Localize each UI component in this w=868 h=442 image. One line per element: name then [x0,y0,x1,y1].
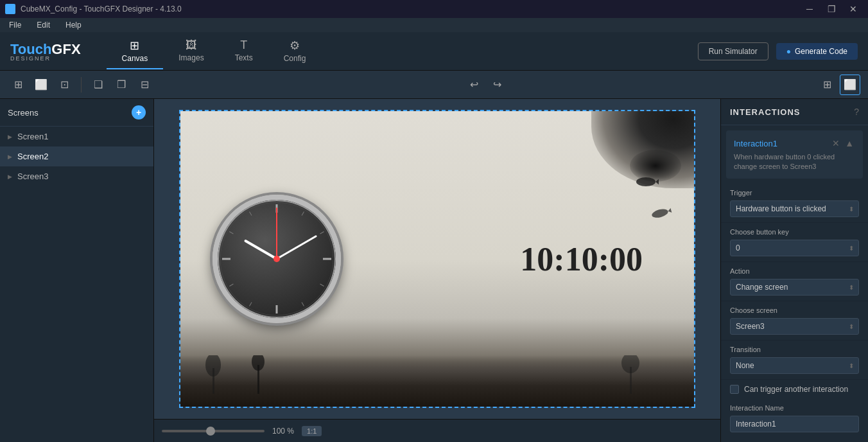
choose-screen-label: Choose screen [730,306,859,314]
zoom-slider[interactable] [162,430,265,432]
interaction-name-input[interactable] [730,416,859,432]
add-screen-button[interactable]: ⊞ [8,75,28,95]
component-view-button[interactable]: ⊡ [54,75,74,95]
config-icon: ⚙ [290,39,300,53]
choose-screen-field: Choose screen Screen3 [721,301,868,340]
interaction-card-actions: ✕ ▲ [831,137,855,150]
trigger-field: Trigger Hardware button is clicked [721,184,868,223]
button-key-select-wrapper: 0 [730,240,859,256]
svg-point-5 [205,355,221,376]
action-select-wrapper: Change screen [730,279,859,296]
tab-texts-label: Texts [235,53,253,62]
digital-time: 10:10:00 [520,240,643,278]
lock-button[interactable]: ⊟ [134,75,155,95]
minimize-button[interactable]: ─ [800,3,819,15]
canvas-full-button[interactable]: ⬜ [840,75,860,95]
menu-file[interactable]: File [5,19,25,31]
menu-help[interactable]: Help [62,19,85,31]
panel-header: INTERACTIONS ? [721,99,868,125]
canvas-area: 10:10:00 100 % 1:1 [154,99,720,442]
svg-point-9 [621,355,639,373]
run-simulator-button[interactable]: Run Simulator [698,42,768,60]
sidebar-item-screen2[interactable]: Screen2 [0,146,153,166]
maximize-button[interactable]: ❐ [822,3,841,15]
close-button[interactable]: ✕ [844,3,863,15]
canvas-inner: 10:10:00 [180,111,694,407]
ungroup-button[interactable]: ❒ [111,75,132,95]
canvas-fit-button[interactable]: ⊞ [817,75,837,95]
interaction-card-header: Interaction1 ✕ ▲ [734,137,855,150]
nav-tabs: ⊞ Canvas 🖼 Images T Texts ⚙ Config [107,33,322,69]
can-trigger-checkbox[interactable] [730,385,739,394]
toolbar-separator-1 [81,77,82,93]
can-trigger-row: Can trigger another interaction [721,380,868,399]
ink-trees [180,355,694,394]
generate-code-button[interactable]: Generate Code [776,43,858,60]
texts-icon: T [240,39,247,52]
can-trigger-label: Can trigger another interaction [744,385,848,394]
tab-canvas-label: Canvas [122,54,148,63]
screen1-label: Screen1 [17,132,48,141]
svg-line-17 [320,284,324,287]
clock-face [213,195,341,323]
collapse-interaction-button[interactable]: ▲ [844,137,855,150]
transition-field: Transition None [721,340,868,380]
zoom-value: 100 % [272,427,294,436]
clock-center [273,256,280,262]
svg-line-19 [250,303,252,306]
interaction-name-field: Interaction Name [721,399,868,438]
screen-select[interactable]: Screen3 [730,318,859,335]
sidebar: Screens + Screen1 Screen2 Screen3 [0,99,154,442]
titlebar-left: CubeMX_Config - TouchGFX Designer - 4.13… [5,4,182,14]
panel-help-icon[interactable]: ? [854,107,859,117]
logo: TouchGFX DESIGNER [10,41,81,62]
titlebar-title: CubeMX_Config - TouchGFX Designer - 4.13… [21,4,182,13]
svg-line-16 [320,232,324,234]
interaction-card-title: Interaction1 [734,139,777,148]
menu-edit[interactable]: Edit [33,19,54,31]
analog-clock [213,195,341,323]
group-button[interactable]: ❑ [88,75,108,95]
interactions-panel: INTERACTIONS ? Interaction1 ✕ ▲ When har… [720,99,868,442]
redo-button[interactable]: ↪ [487,75,508,95]
add-screen-sidebar-button[interactable]: + [132,105,146,119]
button-key-select[interactable]: 0 [730,240,859,256]
svg-point-0 [636,177,655,186]
action-select[interactable]: Change screen [730,279,859,296]
screen-view-button[interactable]: ⬜ [31,75,51,95]
ink-fish1 [633,175,659,188]
undo-button[interactable]: ↩ [464,75,485,95]
panel-title: INTERACTIONS [730,107,801,117]
svg-line-15 [302,211,304,215]
trigger-select[interactable]: Hardware button is clicked [730,200,859,217]
delete-interaction-button[interactable]: ✕ [831,137,841,150]
svg-point-2 [651,208,669,219]
canvas-frame: 10:10:00 [179,110,695,408]
main-layout: Screens + Screen1 Screen2 Screen3 [0,99,868,442]
screen3-label: Screen3 [17,172,48,181]
svg-line-20 [229,284,233,287]
menubar: File Edit Help [0,18,868,32]
transition-select[interactable]: None [730,357,859,374]
action-field: Action Change screen [721,262,868,301]
titlebar: CubeMX_Config - TouchGFX Designer - 4.13… [0,0,868,18]
transition-label: Transition [730,346,859,353]
titlebar-buttons: ─ ❐ ✕ [800,3,863,15]
images-icon: 🖼 [186,39,197,52]
canvas-container[interactable]: 10:10:00 [154,99,720,419]
ratio-badge: 1:1 [302,426,322,436]
tab-config[interactable]: ⚙ Config [268,33,322,69]
sidebar-item-screen3[interactable]: Screen3 [0,166,153,186]
header: TouchGFX DESIGNER ⊞ Canvas 🖼 Images T Te… [0,32,868,71]
app-icon [5,4,15,14]
tab-images[interactable]: 🖼 Images [163,33,219,69]
header-right: Run Simulator Generate Code [698,42,858,60]
transition-select-wrapper: None [730,357,859,374]
tab-texts[interactable]: T Texts [220,33,268,69]
tab-images-label: Images [178,53,204,62]
interaction-card-1: Interaction1 ✕ ▲ When hardware button 0 … [726,130,863,179]
canvas-bottombar: 100 % 1:1 [154,419,720,442]
sidebar-item-screen1[interactable]: Screen1 [0,127,153,146]
tab-canvas[interactable]: ⊞ Canvas [107,33,164,69]
interaction-name-label: Interaction Name [730,404,859,412]
